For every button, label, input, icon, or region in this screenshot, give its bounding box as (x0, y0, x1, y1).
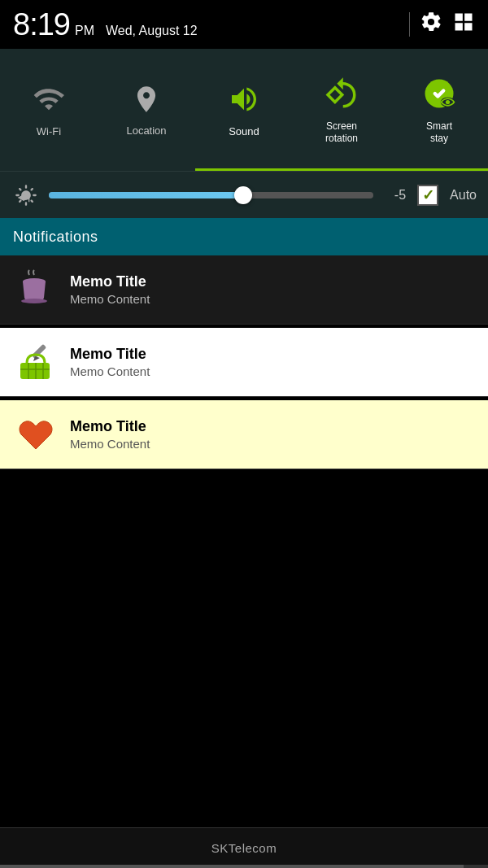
sound-icon (228, 83, 260, 120)
memo3-title: Memo Title (70, 418, 475, 435)
brightness-value: -5 (381, 188, 406, 203)
quick-settings-panel: Wi-Fi Location Sound Screenrotation (0, 49, 488, 171)
brightness-thumb (234, 186, 252, 204)
status-right-icons (409, 11, 475, 38)
brightness-bar: -5 ✓ Auto (0, 171, 488, 218)
time-ampm: PM (75, 24, 94, 38)
memo2-content: Memo Content (70, 364, 475, 378)
bottom-bar: SKTelecom (0, 827, 488, 868)
svg-point-4 (21, 299, 47, 303)
rotation-icon (325, 76, 359, 116)
auto-brightness-checkbox[interactable]: ✓ (417, 185, 438, 206)
memo1-content: Memo Content (70, 292, 475, 306)
brightness-slider[interactable] (49, 192, 373, 198)
memo1-title: Memo Title (70, 273, 475, 290)
smart-stay-label: Smartstay (426, 120, 452, 144)
smart-stay-icon (422, 76, 456, 116)
memo1-icon-container (13, 267, 59, 312)
auto-brightness-label: Auto (450, 188, 477, 203)
svg-rect-7 (20, 363, 50, 379)
notification-item-1[interactable]: Memo Title Memo Content (0, 255, 488, 325)
memo2-icon-container (13, 339, 59, 385)
tea-icon (15, 268, 57, 311)
location-icon (131, 84, 162, 120)
status-date: Wed, August 12 (106, 24, 198, 38)
status-time: 8:19 PM Wed, August 12 (13, 7, 198, 42)
memo3-icon-container (13, 412, 59, 457)
bottom-progress-bar (0, 865, 488, 868)
location-tile[interactable]: Location (98, 49, 195, 171)
memo3-text: Memo Title Memo Content (70, 418, 475, 451)
notification-item-2[interactable]: Memo Title Memo Content (0, 328, 488, 397)
grid-icon[interactable] (452, 11, 475, 38)
notifications-header: Notifications (0, 218, 488, 255)
wifi-tile[interactable]: Wi-Fi (0, 49, 98, 171)
brightness-icon (11, 181, 41, 210)
svg-rect-5 (32, 344, 46, 359)
status-bar: 8:19 PM Wed, August 12 (0, 0, 488, 49)
status-divider (409, 12, 410, 37)
notifications-title: Notifications (13, 229, 98, 246)
sound-label: Sound (229, 125, 259, 138)
basket-icon (14, 340, 58, 384)
svg-point-2 (446, 100, 450, 104)
memo1-text: Memo Title Memo Content (70, 273, 475, 306)
memo2-text: Memo Title Memo Content (70, 346, 475, 378)
screen-rotation-label: Screenrotation (325, 120, 358, 144)
checkbox-check: ✓ (422, 186, 434, 204)
heart-icon (15, 413, 57, 456)
location-label: Location (126, 124, 166, 137)
settings-icon[interactable] (420, 11, 442, 38)
screen-rotation-tile[interactable]: Screenrotation (293, 49, 390, 171)
time-display: 8:19 (13, 7, 70, 42)
smart-stay-tile[interactable]: Smartstay (390, 49, 488, 171)
memo2-title: Memo Title (70, 346, 475, 363)
carrier-label: SKTelecom (211, 841, 277, 855)
memo3-content: Memo Content (70, 437, 475, 451)
sound-tile[interactable]: Sound (195, 49, 293, 171)
brightness-fill (49, 192, 243, 198)
bottom-progress-fill (0, 865, 464, 868)
wifi-label: Wi-Fi (37, 125, 61, 138)
wifi-icon (33, 83, 65, 120)
notification-item-3[interactable]: Memo Title Memo Content (0, 400, 488, 469)
